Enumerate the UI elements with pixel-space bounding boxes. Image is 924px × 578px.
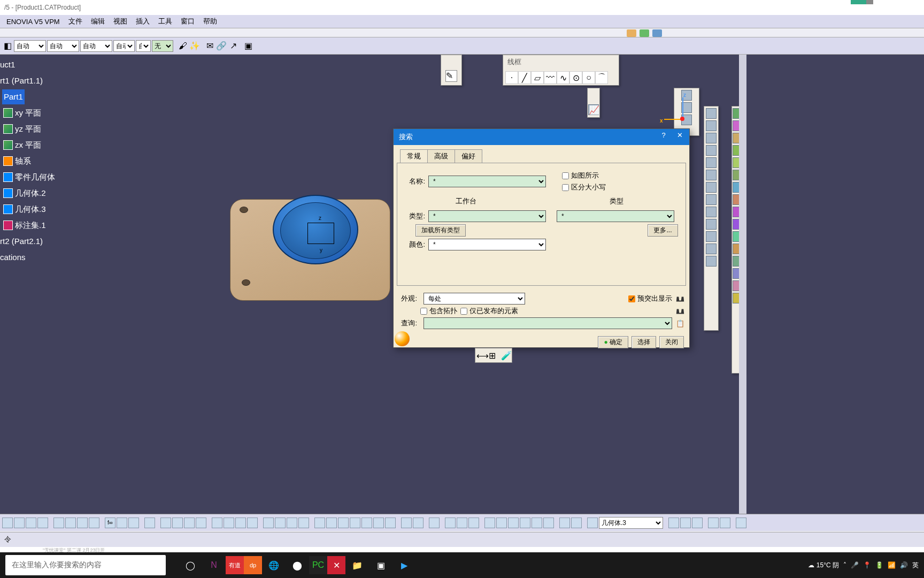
menu-edit[interactable]: 编辑 [87, 16, 109, 27]
tray-ime[interactable]: 英 [912, 561, 919, 570]
binoculars-icon[interactable] [675, 294, 685, 303]
bt-icon[interactable] [445, 518, 456, 528]
select-3[interactable]: 自动 [80, 40, 112, 52]
arrow-icon[interactable]: ↗ [228, 41, 238, 51]
sketch-icon[interactable]: ✎ [445, 70, 457, 82]
bt-icon[interactable] [484, 518, 495, 528]
bt-icon[interactable] [224, 518, 234, 528]
binoculars-icon-2[interactable] [675, 306, 685, 316]
tray-battery-icon[interactable]: 🔋 [875, 561, 883, 569]
mat-icon[interactable]: 🧪 [501, 351, 511, 360]
3d-model[interactable]: z y [230, 199, 396, 306]
bt-icon[interactable] [196, 518, 206, 528]
plane-icon[interactable]: ▱ [531, 71, 544, 84]
float-wireframe-panel[interactable]: 线框 · ╱ ▱ 〰 ∿ ⊙ ○ ⌒ [503, 55, 619, 86]
vertical-scrollbar[interactable] [739, 55, 746, 514]
line-icon[interactable]: ╱ [518, 71, 531, 84]
vt1-icon[interactable] [706, 170, 717, 180]
taskbar-chrome-icon[interactable]: ⬤ [286, 553, 309, 577]
bt-icon[interactable] [587, 518, 598, 528]
type-type-input[interactable]: * [557, 210, 674, 222]
bt-icon[interactable] [429, 518, 440, 528]
link-icon[interactable]: 🔗 [216, 41, 227, 51]
tree-yz-plane[interactable]: yz 平面 [0, 121, 55, 137]
menu-view[interactable]: 视图 [109, 16, 132, 27]
taskbar-catia-icon[interactable]: ▣ [369, 553, 392, 577]
select-5[interactable]: 自动 [136, 40, 151, 52]
query-list-icon[interactable]: 📋 [675, 320, 685, 328]
tree-part1-inst[interactable]: rt1 (Part1.1) [0, 73, 55, 89]
bt-icon[interactable] [736, 518, 746, 528]
select-1[interactable]: 自动 [14, 40, 46, 52]
bt-icon[interactable] [338, 518, 349, 528]
bt-icon[interactable] [708, 518, 719, 528]
bt-icon[interactable] [247, 518, 258, 528]
float-sketch-panel[interactable]: ✎ [441, 55, 462, 86]
select-4[interactable]: 自动 [113, 40, 135, 52]
float-vtoolbar-1[interactable] [704, 106, 719, 331]
bt-icon[interactable] [692, 518, 703, 528]
bt-icon[interactable] [160, 518, 171, 528]
menu-tools[interactable]: 工具 [154, 16, 176, 27]
taskbar-cortana-icon[interactable]: ◯ [179, 553, 202, 577]
tree-xy-plane[interactable]: xy 平面 [0, 105, 55, 121]
type-workbench-input[interactable]: * [428, 210, 546, 222]
weather-widget[interactable]: ☁ 15°C 阴 [808, 561, 839, 570]
tree-body3[interactable]: 几何体.3 [0, 201, 55, 217]
windows-search-input[interactable]: 在这里输入你要搜索的内容 [5, 555, 166, 575]
bt-icon[interactable] [326, 518, 337, 528]
taskbar-app2-icon[interactable]: ✕ [327, 556, 345, 574]
select-6[interactable]: 无 [152, 40, 173, 52]
spline-icon[interactable]: ∿ [557, 71, 569, 84]
taskbar-youdao-icon[interactable]: 有道 [226, 556, 244, 574]
wand-icon[interactable]: ✨ [189, 41, 200, 51]
point-icon[interactable]: · [505, 71, 518, 84]
tree-partbody[interactable]: 零件几何体 [0, 169, 55, 185]
name-input[interactable]: * [428, 176, 546, 187]
menu-enovia[interactable]: ENOVIA V5 VPM [2, 17, 64, 27]
bt-icon[interactable] [37, 518, 48, 528]
bt-icon[interactable] [65, 518, 76, 528]
circle-icon[interactable]: ○ [582, 71, 595, 84]
bt-icon[interactable] [680, 518, 691, 528]
bt-icon[interactable] [385, 518, 396, 528]
vt1-icon[interactable] [706, 182, 717, 193]
vt1-icon[interactable] [706, 108, 717, 119]
tree-annotation[interactable]: 标注集.1 [0, 217, 55, 233]
paint-icon[interactable]: 🖌 [178, 41, 188, 51]
tab-general[interactable]: 常规 [400, 149, 428, 163]
3d-viewport[interactable]: uct1 rt1 (Part1.1) Part1 xy 平面 yz 平面 zx … [0, 55, 924, 514]
taskbar-edge-icon[interactable]: 🌐 [262, 553, 286, 577]
bt-icon[interactable] [212, 518, 222, 528]
bt-rotate-icon[interactable] [298, 518, 309, 528]
mail-icon[interactable]: ✉ [204, 41, 215, 51]
bt-icon[interactable] [373, 518, 384, 528]
ref-icon[interactable]: ⊞ [489, 351, 498, 360]
float-graph-panel[interactable]: 📈 [587, 88, 600, 118]
pub-checkbox[interactable]: 仅已发布的元素 [460, 306, 518, 316]
dim-icon[interactable]: ⟷ [476, 351, 486, 360]
bt-icon[interactable] [235, 518, 246, 528]
bt-icon[interactable] [117, 518, 127, 528]
bt-icon[interactable] [543, 518, 554, 528]
close-button[interactable]: 关闭 [659, 336, 684, 348]
select-2[interactable]: 自动 [47, 40, 79, 52]
color-swatch-icon[interactable]: ◧ [2, 41, 13, 51]
taskbar-app-icon[interactable]: dp [244, 556, 262, 574]
tray-volume-icon[interactable]: 🔊 [900, 561, 908, 569]
tree-part2-inst[interactable]: rt2 (Part2.1) [0, 233, 55, 249]
vt1-icon[interactable] [706, 256, 717, 267]
bt-icon[interactable] [520, 518, 530, 528]
proj-icon[interactable]: ⊙ [569, 71, 582, 84]
bt-icon[interactable] [720, 518, 730, 528]
vt1-icon[interactable] [706, 145, 717, 156]
bt-zoomout-icon[interactable] [275, 518, 286, 528]
tree-part1[interactable]: Part1 [0, 89, 55, 105]
bt-icon[interactable] [401, 518, 412, 528]
load-types-button[interactable]: 加载所有类型 [415, 224, 466, 237]
color-input[interactable]: * [428, 239, 546, 250]
prehighlight-checkbox[interactable]: 预突出显示 [628, 294, 672, 303]
dialog-close-button[interactable]: ✕ [674, 131, 685, 142]
tree-body2[interactable]: 几何体.2 [0, 185, 55, 201]
bt-icon[interactable] [314, 518, 325, 528]
